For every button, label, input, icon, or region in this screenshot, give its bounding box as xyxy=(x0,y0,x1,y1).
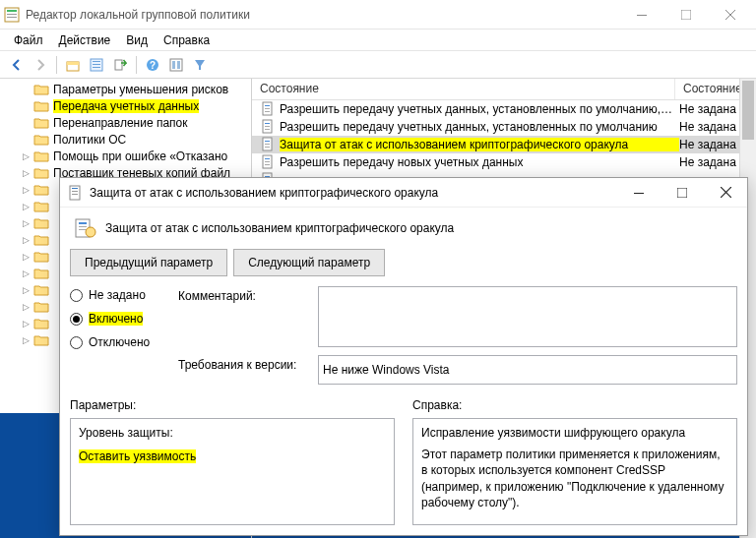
dialog-close-button[interactable] xyxy=(704,178,747,207)
folder-icon xyxy=(33,233,49,247)
svg-rect-30 xyxy=(265,144,270,145)
folder-icon xyxy=(33,200,49,213)
menu-help[interactable]: Справка xyxy=(156,31,218,49)
expand-icon[interactable]: ▷ xyxy=(20,252,32,262)
level-label: Уровень защиты: xyxy=(79,425,386,441)
list-row[interactable]: Разрешить передачу новых учетных данныхН… xyxy=(252,153,756,171)
svg-rect-11 xyxy=(93,61,100,62)
expand-icon[interactable]: ▷ xyxy=(20,185,32,195)
menu-view[interactable]: Вид xyxy=(118,31,156,49)
svg-rect-34 xyxy=(265,161,270,162)
tree-item[interactable]: Перенаправление папок xyxy=(0,114,251,131)
svg-rect-29 xyxy=(265,141,270,142)
export-icon[interactable] xyxy=(109,54,131,76)
app-icon xyxy=(4,7,20,23)
policy-dialog: Защита от атак с использованием криптогр… xyxy=(59,177,748,536)
tree-item[interactable]: Параметры уменьшения рисков xyxy=(0,81,251,97)
folder-icon xyxy=(33,183,49,197)
svg-rect-65 xyxy=(677,188,687,198)
folder-icon xyxy=(33,99,49,113)
expand-icon[interactable]: ▷ xyxy=(20,202,32,211)
level-value[interactable]: Оставить уязвимость xyxy=(79,449,196,463)
expand-icon[interactable]: ▷ xyxy=(20,235,32,245)
comment-textarea[interactable] xyxy=(318,286,737,347)
back-icon[interactable] xyxy=(6,54,28,76)
list-row[interactable]: Защита от атак с использованием криптогр… xyxy=(252,136,756,153)
heading-icon xyxy=(72,217,97,239)
svg-rect-64 xyxy=(634,193,644,194)
svg-rect-26 xyxy=(265,126,270,127)
scroll-thumb[interactable] xyxy=(742,81,754,140)
svg-rect-35 xyxy=(265,164,270,165)
details-icon[interactable] xyxy=(165,54,187,76)
main-minimize-button[interactable] xyxy=(619,1,663,29)
dialog-minimize-button[interactable] xyxy=(617,178,661,207)
tree-item-label: Политики OC xyxy=(53,133,126,147)
filter-icon[interactable] xyxy=(189,54,211,76)
svg-rect-2 xyxy=(7,14,17,15)
tree-item[interactable]: Политики OC xyxy=(0,131,251,148)
folder-icon xyxy=(33,267,49,280)
help-icon[interactable]: ? xyxy=(142,54,163,76)
svg-rect-4 xyxy=(637,15,647,16)
radio-not-set[interactable]: Не задано xyxy=(70,288,168,302)
policy-file-icon xyxy=(260,119,276,135)
expand-icon[interactable]: ▷ xyxy=(20,302,32,312)
dialog-titlebar[interactable]: Защита от атак с использованием криптогр… xyxy=(60,178,747,208)
tree-item-label: Помощь при ошибке «Отказано xyxy=(53,149,227,163)
main-close-button[interactable] xyxy=(708,1,752,29)
list-icon[interactable] xyxy=(86,54,107,76)
radio-enabled[interactable]: Включено xyxy=(70,312,168,326)
expand-icon[interactable]: ▷ xyxy=(20,151,32,161)
tree-item-label: Перенаправление папок xyxy=(53,116,188,130)
folder-icon xyxy=(33,300,49,314)
expand-icon[interactable]: ▷ xyxy=(20,335,32,345)
col-state[interactable]: Состояние xyxy=(252,79,675,99)
expand-icon[interactable]: ▷ xyxy=(20,319,32,329)
svg-rect-71 xyxy=(79,229,87,230)
dialog-maximize-button[interactable] xyxy=(661,178,704,207)
expand-icon[interactable]: ▷ xyxy=(20,168,32,178)
svg-rect-23 xyxy=(265,111,270,112)
main-title: Редактор локальной групповой политики xyxy=(26,8,619,22)
expand-icon[interactable]: ▷ xyxy=(20,218,32,228)
requirements-value: Не ниже Windows Vista xyxy=(318,355,737,385)
next-setting-button[interactable]: Следующий параметр xyxy=(233,249,385,276)
tree-item-label: Передача учетных данных xyxy=(53,99,199,113)
expand-icon[interactable]: ▷ xyxy=(20,285,32,295)
menu-file[interactable]: Файл xyxy=(6,31,51,49)
main-maximize-button[interactable] xyxy=(663,1,708,29)
comment-label: Комментарий: xyxy=(178,286,306,303)
svg-rect-13 xyxy=(93,67,100,68)
svg-rect-1 xyxy=(7,10,17,12)
help-panel[interactable]: Исправление уязвимости шифрующего оракул… xyxy=(412,418,737,525)
list-row[interactable]: Разрешить передачу учетных данных, устан… xyxy=(252,118,756,136)
svg-rect-33 xyxy=(265,158,270,159)
main-titlebar: Редактор локальной групповой политики xyxy=(0,0,756,30)
svg-rect-18 xyxy=(172,61,175,69)
svg-rect-22 xyxy=(265,108,270,109)
forward-icon[interactable] xyxy=(30,54,51,76)
svg-rect-19 xyxy=(177,61,180,69)
requirements-label: Требования к версии: xyxy=(178,355,306,372)
tree-item[interactable]: Передача учетных данных xyxy=(0,97,251,114)
list-row-text: Защита от атак с использованием криптогр… xyxy=(280,138,679,151)
list-row[interactable]: Разрешить передачу учетных данных, устан… xyxy=(252,100,756,118)
policy-file-icon xyxy=(260,154,276,170)
folder-icon xyxy=(33,317,49,330)
folder-icon xyxy=(33,83,49,96)
folder-icon xyxy=(33,166,49,180)
expand-icon[interactable]: ▷ xyxy=(20,269,32,278)
svg-rect-61 xyxy=(72,188,78,189)
help-title: Исправление уязвимости шифрующего оракул… xyxy=(421,425,728,441)
tree-item[interactable]: ▷Помощь при ошибке «Отказано xyxy=(0,148,251,164)
policy-icon xyxy=(68,185,84,201)
svg-rect-12 xyxy=(93,64,100,65)
folder-icon xyxy=(33,116,49,130)
svg-rect-14 xyxy=(115,60,122,70)
prev-setting-button[interactable]: Предыдущий параметр xyxy=(70,249,227,276)
folder-icon xyxy=(33,250,49,264)
radio-disabled[interactable]: Отключено xyxy=(70,335,168,349)
up-icon[interactable] xyxy=(62,54,84,76)
menu-action[interactable]: Действие xyxy=(51,31,119,49)
